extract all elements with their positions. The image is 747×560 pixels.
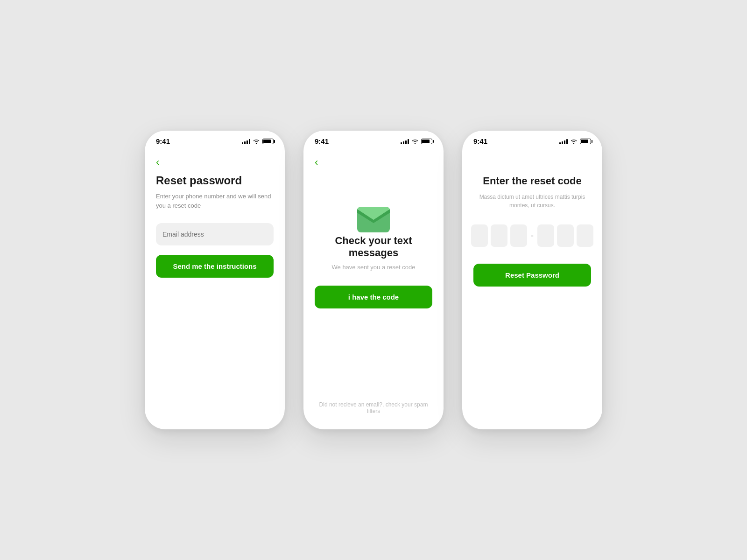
check-subtitle: We have sent you a reset code — [332, 264, 416, 271]
signal-icon-3 — [559, 139, 568, 144]
back-button-2[interactable]: ‹ — [315, 156, 318, 168]
email-input[interactable] — [156, 223, 274, 245]
reset-code-title: Enter the reset code — [483, 175, 582, 187]
reset-code-subtitle: Massa dictum ut amet ultrices mattis tur… — [473, 193, 591, 210]
screen2-content: ‹ Check your text messages We have sent … — [303, 149, 444, 429]
status-icons-1 — [242, 139, 274, 144]
signal-icon-1 — [242, 139, 250, 144]
battery-icon-2 — [421, 139, 432, 144]
battery-icon-3 — [580, 139, 591, 144]
battery-icon-1 — [262, 139, 274, 144]
page-title-1: Reset password — [156, 174, 274, 187]
code-input-6[interactable] — [577, 224, 593, 247]
i-have-code-button[interactable]: i have the code — [315, 286, 432, 308]
code-input-5[interactable] — [557, 224, 574, 247]
code-input-3[interactable] — [510, 224, 527, 247]
wifi-icon-2 — [411, 139, 419, 144]
screen1-content: ‹ Reset password Enter your phone number… — [145, 149, 285, 429]
code-input-1[interactable] — [471, 224, 488, 247]
screen2-footer: Did not recieve an email?, check your sp… — [315, 392, 432, 414]
status-bar-2: 9:41 — [303, 131, 444, 149]
status-bar-1: 9:41 — [145, 131, 285, 149]
phone-screen-3: 9:41 Enter th — [462, 131, 602, 429]
page-subtitle-1: Enter your phone number and we will send… — [156, 192, 274, 210]
reset-password-button[interactable]: Reset Password — [473, 264, 591, 287]
wifi-icon-1 — [253, 139, 260, 144]
status-time-3: 9:41 — [473, 137, 487, 145]
code-input-group: - — [471, 224, 593, 247]
screen3-main: Enter the reset code Massa dictum ut ame… — [473, 156, 591, 287]
check-title: Check your text messages — [315, 235, 432, 259]
code-input-4[interactable] — [537, 224, 554, 247]
phones-container: 9:41 ‹ Reset pas — [126, 93, 621, 467]
status-bar-3: 9:41 — [462, 131, 602, 149]
envelope-icon — [355, 202, 392, 235]
screen3-content: Enter the reset code Massa dictum ut ame… — [462, 149, 602, 429]
phone-screen-2: 9:41 ‹ — [303, 131, 444, 429]
send-instructions-button[interactable]: Send me the instructions — [156, 255, 274, 278]
status-time-1: 9:41 — [156, 137, 170, 145]
screen2-main: Check your text messages We have sent yo… — [315, 174, 432, 414]
spam-note: Did not recieve an email?, check your sp… — [315, 401, 432, 414]
code-separator: - — [531, 231, 534, 241]
back-button-1[interactable]: ‹ — [156, 156, 159, 168]
status-time-2: 9:41 — [315, 137, 329, 145]
phone-screen-1: 9:41 ‹ Reset pas — [145, 131, 285, 429]
signal-icon-2 — [401, 139, 409, 144]
wifi-icon-3 — [570, 139, 578, 144]
screen2-top: Check your text messages We have sent yo… — [315, 202, 432, 308]
status-icons-2 — [401, 139, 432, 144]
code-input-2[interactable] — [491, 224, 507, 247]
status-icons-3 — [559, 139, 591, 144]
